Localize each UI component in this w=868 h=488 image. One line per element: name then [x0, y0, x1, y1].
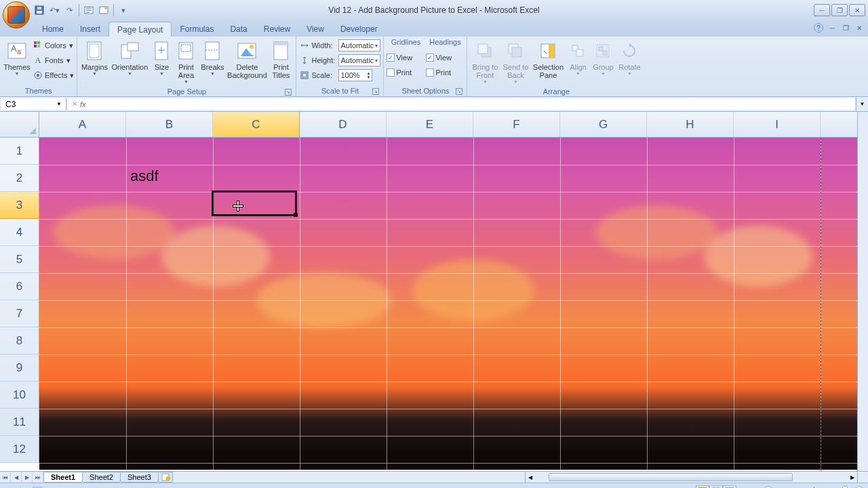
new-sheet-button[interactable] [158, 472, 173, 483]
row-header[interactable]: 11 [0, 409, 39, 436]
column-header[interactable]: I [734, 112, 821, 137]
expand-formula-bar-button[interactable]: ▼ [856, 97, 868, 111]
redo-icon[interactable]: ↷ [64, 5, 75, 16]
headings-view-checkbox[interactable]: ✓ View [426, 50, 464, 65]
tab-formulas[interactable]: Formulas [172, 22, 222, 37]
maximize-button[interactable]: ❐ [831, 4, 848, 16]
column-headers[interactable]: ABCDEFGHI [39, 112, 857, 138]
first-sheet-button[interactable]: ⏮ [0, 472, 11, 483]
column-header[interactable]: C [213, 112, 300, 137]
row-header[interactable]: 6 [0, 273, 39, 300]
themes-button[interactable]: Aa Themes▼ [3, 38, 31, 79]
group-label-page-setup: Page Setup↘ [80, 87, 293, 97]
sheet-tab[interactable]: Sheet2 [82, 472, 121, 483]
row-header[interactable]: 10 [0, 382, 39, 409]
page-break-view-button[interactable] [723, 485, 736, 489]
tab-page-layout[interactable]: Page Layout [108, 22, 172, 37]
gridlines-view-checkbox[interactable]: ✓ View [387, 50, 425, 65]
rotate-button[interactable]: Rotate▼ [616, 38, 642, 79]
select-all-button[interactable] [0, 112, 39, 138]
sheet-tab[interactable]: Sheet1 [43, 472, 83, 483]
close-button[interactable]: ✕ [849, 4, 865, 16]
last-sheet-button[interactable]: ⏭ [33, 472, 43, 483]
minimize-button[interactable]: ─ [814, 4, 830, 16]
row-header[interactable]: 9 [0, 354, 39, 382]
row-header[interactable]: 4 [0, 219, 39, 246]
minimize-ribbon-button[interactable]: ─ [827, 23, 837, 33]
tab-view[interactable]: View [298, 22, 332, 37]
undo-icon[interactable]: ↶▾ [49, 5, 60, 16]
cells-area[interactable]: asdf [39, 138, 857, 471]
row-header[interactable]: 2 [0, 165, 39, 192]
tab-home[interactable]: Home [34, 22, 72, 37]
cell-B2[interactable]: asdf [126, 165, 213, 192]
effects-button[interactable]: Effects ▾ [33, 68, 74, 83]
vertical-scrollbar[interactable] [857, 112, 868, 471]
page-setup-dialog-icon[interactable]: ↘ [285, 89, 292, 96]
column-header[interactable]: D [300, 112, 387, 137]
column-header[interactable]: G [560, 112, 647, 137]
normal-view-button[interactable] [696, 485, 709, 489]
group-button[interactable]: Group▼ [591, 38, 615, 79]
sheet-tab[interactable]: Sheet3 [120, 472, 159, 483]
macro-record-icon[interactable] [33, 486, 42, 489]
column-header[interactable]: E [387, 112, 473, 137]
close-workbook-button[interactable]: ✕ [854, 23, 864, 33]
help-icon[interactable]: ? [814, 23, 823, 33]
save-icon[interactable] [34, 5, 45, 16]
breaks-button[interactable]: Breaks▼ [199, 38, 225, 79]
row-headers[interactable]: 123456789101112 [0, 138, 39, 463]
active-cell[interactable] [212, 190, 297, 216]
selection-pane-button[interactable]: Selection Pane [531, 38, 565, 81]
qat-custom1-icon[interactable] [83, 5, 94, 16]
row-header[interactable]: 12 [0, 436, 39, 463]
bring-to-front-button[interactable]: Bring to Front▼ [470, 38, 500, 87]
horizontal-scrollbar[interactable]: ◀▶ [525, 472, 857, 483]
row-header[interactable]: 8 [0, 327, 39, 354]
prev-sheet-button[interactable]: ◀ [11, 472, 22, 483]
print-titles-button[interactable]: Print Titles [269, 38, 293, 81]
margins-button[interactable]: Margins▼ [80, 38, 108, 79]
colors-button[interactable]: Colors ▾ [33, 38, 74, 53]
column-header[interactable]: H [647, 112, 734, 137]
name-box[interactable]: C3▼ [1, 98, 66, 110]
tab-developer[interactable]: Developer [332, 22, 386, 37]
headings-print-checkbox[interactable]: Print [426, 65, 464, 80]
fx-icon[interactable]: fx [80, 100, 86, 108]
row-header[interactable]: 7 [0, 300, 39, 327]
scale-dialog-icon[interactable]: ↘ [372, 88, 379, 95]
row-header[interactable]: 5 [0, 246, 39, 273]
zoom-in-button[interactable]: + [854, 486, 864, 489]
scale-spinner[interactable]: 100%▲▼ [338, 69, 372, 81]
size-button[interactable]: Size▼ [151, 38, 172, 79]
column-header[interactable]: B [126, 112, 213, 137]
next-sheet-button[interactable]: ▶ [22, 472, 33, 483]
column-header[interactable]: A [39, 112, 126, 137]
delete-background-button[interactable]: Delete Background [226, 38, 267, 81]
page-layout-view-button[interactable] [709, 485, 723, 489]
qat-customize-icon[interactable]: ▾ [118, 5, 129, 16]
row-header[interactable]: 3 [0, 192, 39, 219]
sheet-options-dialog-icon[interactable]: ↘ [456, 88, 462, 95]
tab-insert[interactable]: Insert [72, 22, 108, 37]
column-header[interactable]: F [473, 112, 560, 137]
zoom-out-button[interactable]: − [764, 486, 773, 489]
print-titles-icon [270, 40, 292, 62]
fonts-button[interactable]: AFonts ▾ [33, 53, 74, 68]
qat-custom2-icon[interactable] [98, 5, 109, 16]
row-header[interactable]: 1 [0, 138, 39, 165]
send-to-back-button[interactable]: Send to Back▼ [501, 38, 530, 87]
cancel-formula-icon[interactable]: ✕ [72, 100, 77, 108]
orientation-button[interactable]: Orientation▼ [110, 38, 149, 79]
tab-data[interactable]: Data [222, 22, 255, 37]
restore-window-button[interactable]: ❐ [841, 23, 850, 33]
print-area-button[interactable]: Print Area▼ [174, 38, 198, 87]
height-combo[interactable]: Automatic▼ [338, 54, 380, 66]
tab-review[interactable]: Review [256, 22, 298, 37]
gridlines-print-checkbox[interactable]: Print [387, 65, 425, 80]
headings-heading: Headings [426, 38, 464, 50]
align-button[interactable]: Align▼ [566, 38, 589, 79]
width-combo[interactable]: Automatic▼ [338, 39, 380, 52]
office-button[interactable] [3, 1, 30, 28]
worksheet-grid[interactable]: ABCDEFGHI 123456789101112 asdf [0, 112, 868, 471]
